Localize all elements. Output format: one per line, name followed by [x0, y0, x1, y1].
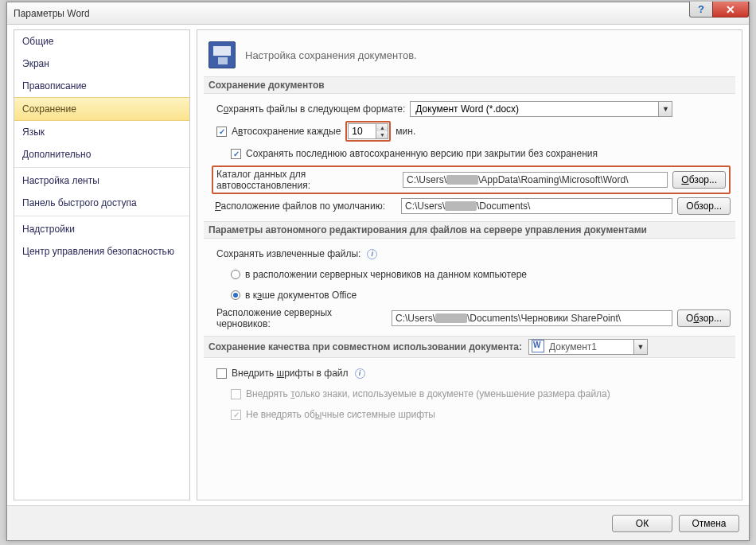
save-format-combo[interactable]: Документ Word (*.docx) ▼ [410, 101, 672, 117]
sidebar-item-advanced[interactable]: Дополнительно [14, 143, 189, 165]
sidebar-item-language[interactable]: Язык [14, 121, 189, 143]
titlebar[interactable]: Параметры Word ? ✕ [7, 2, 749, 25]
section-offline-editing: Параметры автономного редактирования для… [204, 221, 735, 239]
server-drafts-browse-button[interactable]: Обзор... [677, 309, 731, 327]
save-icon [208, 41, 236, 68]
section-sharing-quality: Сохранение качества при совместном испол… [204, 336, 735, 358]
spin-down-icon[interactable]: ▼ [376, 131, 388, 138]
sidebar-item-proofing[interactable]: Правописание [14, 75, 189, 97]
embed-only-used-checkbox [231, 389, 241, 399]
info-icon[interactable]: i [367, 249, 377, 259]
save-extracted-label: Сохранять извлеченные файлы: [216, 248, 360, 259]
autosave-unit: мин. [396, 126, 415, 137]
sidebar-item-addins[interactable]: Надстройки [14, 218, 189, 240]
radio-server-label: в расположении серверных черновиков на д… [245, 269, 527, 280]
skip-system-fonts-checkbox: ✓ [231, 410, 241, 420]
close-button[interactable]: ✕ [712, 2, 749, 18]
category-sidebar: Общие Экран Правописание Сохранение Язык… [14, 29, 190, 500]
panel-heading: Настройка сохранения документов. [245, 49, 417, 61]
spin-up-icon[interactable]: ▲ [376, 124, 388, 131]
help-button[interactable]: ? [689, 2, 713, 18]
options-dialog: Параметры Word ? ✕ Общие Экран Правописа… [6, 2, 750, 541]
embed-fonts-checkbox[interactable] [216, 368, 227, 379]
radio-office-cache[interactable] [231, 290, 240, 300]
sidebar-item-display[interactable]: Экран [14, 53, 189, 75]
radio-server-location[interactable] [231, 270, 240, 279]
sidebar-item-general[interactable]: Общие [14, 30, 189, 53]
info-icon[interactable]: i [355, 368, 365, 379]
embed-only-used-label: Внедрять только знаки, используемые в до… [246, 388, 610, 399]
settings-panel: Настройка сохранения документов. Сохране… [197, 29, 742, 500]
document-icon [532, 340, 544, 352]
skip-system-fonts-label: Не внедрять обычные системные шрифты [246, 409, 435, 420]
sidebar-item-save[interactable]: Сохранение [14, 97, 189, 121]
sidebar-item-ribbon[interactable]: Настройка ленты [14, 169, 189, 192]
radio-cache-label: в кэше документов Office [245, 290, 357, 301]
server-drafts-label: Расположение серверных черновиков: [216, 307, 387, 329]
dialog-footer: ОК Отмена [7, 505, 749, 540]
chevron-down-icon: ▼ [658, 102, 672, 116]
quality-doc-combo[interactable]: Документ1 ▼ [528, 339, 648, 355]
autorecover-browse-button[interactable]: Обзор... [672, 171, 726, 189]
server-drafts-input[interactable]: C:\Users\\Documents\Черновики SharePoint… [392, 310, 672, 326]
default-location-browse-button[interactable]: Обзор... [677, 197, 731, 215]
chevron-down-icon: ▼ [633, 340, 647, 354]
highlight-autorecover-row: Каталог данных для автовосстановления: C… [212, 165, 731, 194]
default-location-input[interactable]: C:\Users\\Documents\ [401, 198, 672, 214]
default-location-label: Расположение файлов по умолчанию: [215, 200, 396, 212]
section-save-documents: Сохранение документов [204, 76, 735, 94]
window-title: Параметры Word [14, 8, 90, 19]
keep-last-checkbox[interactable]: ✓ [231, 149, 241, 159]
autorecover-path-label: Каталог данных для автовосстановления: [216, 169, 398, 191]
highlight-autosave-spin: 10 ▲▼ [345, 121, 391, 142]
ok-button[interactable]: ОК [612, 515, 672, 532]
autosave-checkbox[interactable]: ✓ [216, 127, 227, 137]
autosave-label: Автосохранение каждые [232, 126, 341, 137]
autosave-minutes-spin[interactable]: 10 ▲▼ [348, 123, 388, 139]
cancel-button[interactable]: Отмена [679, 515, 739, 532]
sidebar-item-qat[interactable]: Панель быстрого доступа [14, 192, 189, 214]
keep-last-label: Сохранять последнюю автосохраненную верс… [246, 148, 598, 159]
autorecover-path-input[interactable]: C:\Users\\AppData\Roaming\Microsoft\Word… [403, 172, 668, 188]
sidebar-item-trust[interactable]: Центр управления безопасностью [14, 240, 189, 263]
save-format-label: Сохранять файлы в следующем формате: [216, 103, 405, 115]
embed-fonts-label: Внедрить шрифты в файл [232, 368, 349, 379]
